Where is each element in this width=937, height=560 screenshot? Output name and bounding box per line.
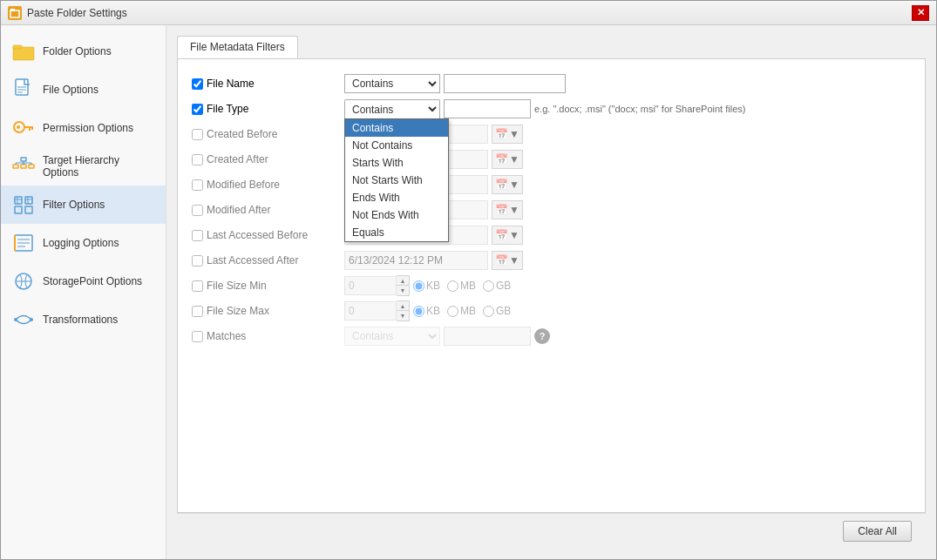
dropdown-option-starts-with[interactable]: Starts With [345, 154, 448, 172]
modified-after-text: Modified After [207, 204, 270, 216]
dropdown-option-contains[interactable]: Contains [345, 119, 448, 137]
modified-before-checkbox[interactable] [192, 179, 203, 191]
last-accessed-before-checkbox[interactable] [192, 230, 203, 241]
last-accessed-before-label: Last Accessed Before [192, 229, 344, 241]
matches-help-icon[interactable]: ? [534, 328, 550, 344]
filter-row-file-size-min: File Size Min ▲ ▼ [192, 275, 911, 296]
file-size-min-mb[interactable] [447, 280, 458, 292]
sidebar-item-transformations[interactable]: Transformations [1, 300, 166, 339]
modified-before-text: Modified Before [207, 179, 280, 191]
sidebar-item-filter-options[interactable]: Filter Options [1, 186, 166, 224]
filetype-operator-select[interactable]: Contains [344, 99, 440, 118]
filter-row-filetype: File Type Contains Contains Not Contains [192, 98, 911, 119]
sidebar: Folder Options File Options [1, 25, 166, 559]
filetype-hint: e.g. ".docx; .msi" ("docx; msi" for Shar… [534, 104, 745, 114]
sidebar-item-logging-options[interactable]: Logging Options [1, 224, 166, 262]
filename-value-input[interactable] [444, 74, 566, 93]
sidebar-item-storagepoint-options[interactable]: StoragePoint Options [1, 262, 166, 300]
key-icon [11, 116, 36, 140]
filetype-checkbox[interactable] [192, 104, 203, 115]
dropdown-arrow-5: ▼ [509, 229, 519, 241]
svg-rect-22 [15, 197, 22, 204]
last-accessed-before-calendar-btn[interactable]: 📅 ▼ [492, 226, 523, 245]
last-accessed-after-calendar-btn[interactable]: 📅 ▼ [492, 251, 523, 270]
file-size-max-text: File Size Max [207, 305, 269, 317]
file-size-min-gb[interactable] [483, 280, 494, 292]
file-size-min-input[interactable] [344, 276, 397, 295]
last-accessed-after-label: Last Accessed After [192, 254, 344, 267]
sidebar-label-logging: Logging Options [43, 237, 119, 249]
filetype-value-input[interactable] [444, 99, 531, 118]
filename-text: File Name [207, 78, 255, 90]
file-size-max-gb[interactable] [483, 306, 494, 317]
calendar-icon-2: 📅 [495, 153, 508, 165]
file-size-max-input[interactable] [344, 301, 397, 320]
file-size-max-checkbox[interactable] [192, 306, 203, 317]
sidebar-item-permission-options[interactable]: Permission Options [1, 109, 166, 147]
filter-row-created-before: Created Before 6/13/2024 12:12 PM 📅 ▼ [192, 124, 911, 145]
file-size-max-gb-label: GB [483, 305, 511, 317]
file-size-min-decrement[interactable]: ▼ [397, 286, 409, 295]
created-before-calendar-btn[interactable]: 📅 ▼ [492, 125, 523, 144]
dropdown-option-not-contains[interactable]: Not Contains [345, 137, 448, 154]
svg-rect-28 [15, 206, 22, 213]
created-after-checkbox[interactable] [192, 154, 203, 165]
file-size-min-kb[interactable] [413, 280, 424, 292]
filename-checkbox[interactable] [192, 78, 203, 90]
clear-all-button[interactable]: Clear All [843, 521, 912, 542]
calendar-icon-6: 📅 [495, 254, 508, 267]
dropdown-option-not-ends-with[interactable]: Not Ends With [345, 206, 448, 224]
file-icon [11, 78, 36, 102]
tab-file-metadata-filters[interactable]: File Metadata Filters [177, 36, 298, 58]
sidebar-label-transformations: Transformations [43, 314, 118, 326]
last-accessed-after-datetime[interactable]: 6/13/2024 12:12 PM [344, 251, 488, 270]
footer: Clear All [177, 513, 926, 549]
modified-before-calendar-btn[interactable]: 📅 ▼ [492, 175, 523, 194]
hierarchy-icon [11, 154, 36, 179]
transform-icon [11, 307, 36, 332]
dropdown-option-not-starts-with[interactable]: Not Starts With [345, 172, 448, 189]
file-size-max-mb[interactable] [447, 306, 458, 317]
file-size-min-increment[interactable]: ▲ [397, 276, 409, 286]
file-size-max-decrement[interactable]: ▼ [397, 311, 409, 320]
tab-bar: File Metadata Filters [177, 36, 926, 58]
content-area: Folder Options File Options [1, 25, 936, 559]
file-size-max-unit-group: KB MB GB [413, 305, 511, 317]
svg-rect-25 [25, 197, 32, 204]
svg-rect-14 [13, 165, 18, 168]
matches-operator-select[interactable]: Contains [344, 327, 440, 346]
file-size-min-spinner: ▲ ▼ [344, 275, 410, 296]
svg-rect-0 [10, 10, 19, 17]
dropdown-arrow-6: ▼ [509, 254, 519, 267]
sidebar-item-file-options[interactable]: File Options [1, 71, 166, 109]
modified-after-calendar-btn[interactable]: 📅 ▼ [492, 200, 523, 219]
file-size-min-checkbox[interactable] [192, 280, 203, 292]
created-after-calendar-btn[interactable]: 📅 ▼ [492, 150, 523, 169]
matches-value-input[interactable] [444, 327, 531, 346]
sidebar-item-target-hierarchy[interactable]: Target Hierarchy Options [1, 147, 166, 186]
file-size-min-controls: ▲ ▼ KB MB [344, 275, 911, 296]
svg-point-38 [30, 318, 33, 321]
last-accessed-before-text: Last Accessed Before [207, 229, 308, 241]
file-size-max-kb[interactable] [413, 306, 424, 317]
calendar-icon-4: 📅 [495, 204, 508, 216]
file-size-max-increment[interactable]: ▲ [397, 301, 409, 311]
close-button[interactable]: ✕ [912, 5, 929, 21]
main-window: Paste Folder Settings ✕ Folder Options [0, 0, 937, 560]
modified-after-label: Modified After [192, 204, 344, 216]
file-size-max-label: File Size Max [192, 305, 344, 317]
dropdown-option-ends-with[interactable]: Ends With [345, 189, 448, 206]
sidebar-label-hierarchy: Target Hierarchy Options [43, 154, 155, 179]
file-size-min-kb-label: KB [413, 280, 440, 292]
last-accessed-after-checkbox[interactable] [192, 255, 203, 267]
filter-row-last-accessed-after: Last Accessed After 6/13/2024 12:12 PM 📅… [192, 250, 911, 271]
matches-checkbox[interactable] [192, 331, 203, 342]
filetype-label: File Type [192, 103, 344, 115]
filename-operator-select[interactable]: Contains Not Contains Starts With Not St… [344, 74, 440, 93]
created-before-checkbox[interactable] [192, 129, 203, 140]
modified-after-checkbox[interactable] [192, 205, 203, 216]
filetype-dropdown: Contains Not Contains Starts With Not St… [344, 118, 449, 242]
dropdown-option-equals[interactable]: Equals [345, 224, 448, 241]
filetype-text: File Type [207, 103, 248, 115]
sidebar-item-folder-options[interactable]: Folder Options [1, 32, 166, 71]
